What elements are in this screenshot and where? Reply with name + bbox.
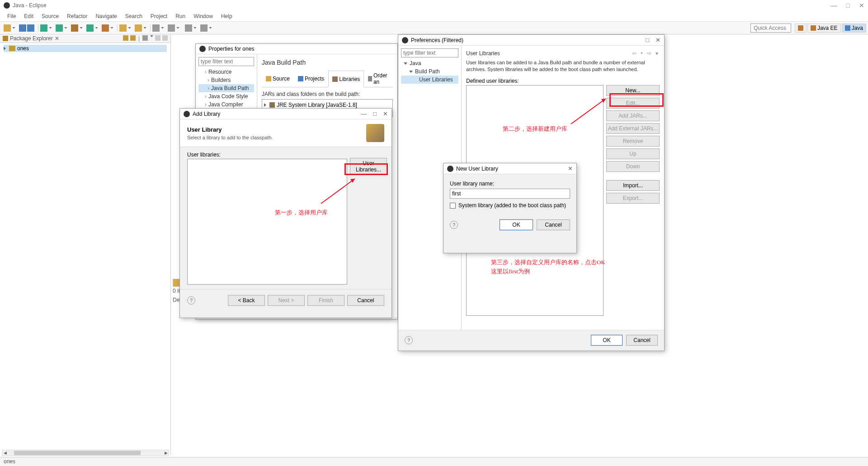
- help-icon[interactable]: ?: [187, 296, 195, 304]
- minimize-button[interactable]: —: [831, 2, 837, 9]
- menu-project[interactable]: Project: [147, 12, 171, 20]
- tab-order[interactable]: Order an: [364, 71, 393, 87]
- finish-button[interactable]: Finish: [307, 295, 344, 306]
- tree-build-path[interactable]: Java Build Path: [198, 84, 254, 92]
- new-class-icon[interactable]: [135, 24, 142, 32]
- expand-icon[interactable]: [4, 47, 6, 50]
- package-explorer-title: Package Explorer: [10, 35, 53, 42]
- new-icon[interactable]: [4, 24, 11, 32]
- project-item-ones[interactable]: ones: [4, 45, 167, 52]
- library-name-input[interactable]: [450, 189, 570, 199]
- tree-builders[interactable]: Builders: [198, 76, 254, 84]
- user-libraries-listbox[interactable]: [187, 159, 347, 285]
- new-button[interactable]: New...: [606, 85, 660, 96]
- menu-help[interactable]: Help: [217, 12, 236, 20]
- remove-button[interactable]: Remove: [606, 136, 660, 147]
- save-icon[interactable]: [19, 24, 26, 32]
- save-all-icon[interactable]: [27, 24, 34, 32]
- down-button[interactable]: Down: [606, 161, 660, 172]
- menu-search[interactable]: Search: [122, 12, 146, 20]
- help-icon[interactable]: ?: [405, 336, 413, 344]
- new-user-library-title-bar[interactable]: New User Library ✕: [443, 163, 576, 174]
- coverage-icon[interactable]: [86, 24, 94, 32]
- back-arrow-icon[interactable]: [185, 24, 192, 32]
- nav-arrows-icon[interactable]: ⇦ • ⇨ ▾: [632, 50, 660, 57]
- properties-dialog-title-bar[interactable]: Properties for ones: [196, 44, 397, 54]
- horizontal-scrollbar[interactable]: ◀ ▶: [2, 450, 169, 456]
- scrollbar-thumb[interactable]: [14, 451, 141, 455]
- scroll-left-icon[interactable]: ◀: [2, 451, 8, 455]
- new-package-icon[interactable]: [119, 24, 127, 32]
- menu-navigate[interactable]: Navigate: [92, 12, 120, 20]
- tree-build-path[interactable]: Build Path: [401, 67, 458, 76]
- run-last-icon[interactable]: [71, 24, 78, 32]
- preferences-title-bar[interactable]: Preferences (Filtered) □ ✕: [398, 35, 664, 46]
- cancel-button[interactable]: Cancel: [347, 295, 384, 306]
- tab-source[interactable]: Source: [262, 71, 294, 87]
- edit-button[interactable]: Edit...: [606, 98, 660, 109]
- ext-tools-icon[interactable]: [102, 24, 109, 32]
- run-icon[interactable]: [56, 24, 63, 32]
- close-button[interactable]: ✕: [859, 2, 864, 9]
- properties-filter-input[interactable]: [198, 57, 254, 66]
- perspective-icon: [798, 25, 803, 31]
- user-libraries-button[interactable]: User Libraries...: [350, 158, 387, 175]
- tab-projects[interactable]: Projects: [294, 71, 328, 87]
- build-path-desc: JARs and class folders on the build path…: [262, 91, 393, 97]
- add-library-title-bar[interactable]: Add Library — □ ✕: [180, 109, 392, 119]
- next-button[interactable]: Next >: [268, 295, 305, 306]
- minimize-button[interactable]: —: [361, 110, 367, 117]
- view-menu-dropdown[interactable]: [150, 35, 153, 37]
- system-library-checkbox[interactable]: [450, 203, 456, 209]
- perspective-java[interactable]: Java: [842, 24, 866, 33]
- jre-item[interactable]: JRE System Library [JavaSE-1.8]: [277, 102, 357, 108]
- package-explorer-close[interactable]: ✕: [55, 35, 59, 42]
- tree-resource[interactable]: Resource: [198, 68, 254, 76]
- ok-button[interactable]: OK: [500, 219, 533, 230]
- tree-code-style[interactable]: Java Code Style: [198, 92, 254, 100]
- help-icon[interactable]: ?: [450, 221, 458, 229]
- maximize-button[interactable]: □: [846, 2, 850, 9]
- menu-source[interactable]: Source: [38, 12, 62, 20]
- close-button[interactable]: ✕: [656, 37, 660, 43]
- cancel-button[interactable]: Cancel: [626, 335, 658, 346]
- open-perspective-button[interactable]: [795, 24, 807, 33]
- ok-button[interactable]: OK: [591, 335, 623, 346]
- view-menu-icon[interactable]: [142, 35, 148, 41]
- tree-user-libraries[interactable]: User Libraries: [401, 76, 458, 84]
- close-button[interactable]: ✕: [568, 165, 573, 172]
- back-button[interactable]: < Back: [228, 295, 265, 306]
- open-type-icon[interactable]: [168, 24, 175, 32]
- add-external-jars-button[interactable]: Add External JARs...: [606, 123, 660, 134]
- debug-icon[interactable]: [40, 24, 47, 32]
- tab-libraries[interactable]: Libraries: [328, 71, 364, 87]
- link-editor-icon[interactable]: [130, 35, 136, 41]
- menu-edit[interactable]: Edit: [20, 12, 37, 20]
- maximize-button[interactable]: □: [373, 110, 377, 117]
- maximize-button[interactable]: □: [646, 37, 649, 43]
- export-button[interactable]: Export...: [606, 193, 660, 204]
- close-button[interactable]: ✕: [383, 110, 388, 117]
- maximize-view-icon[interactable]: [162, 35, 168, 41]
- minimize-view-icon[interactable]: [155, 35, 160, 41]
- import-button[interactable]: Import...: [606, 180, 660, 191]
- scroll-right-icon[interactable]: ▶: [163, 451, 169, 455]
- menu-refactor[interactable]: Refactor: [63, 12, 91, 20]
- menu-window[interactable]: Window: [190, 12, 217, 20]
- menu-file[interactable]: File: [4, 12, 19, 20]
- menu-run[interactable]: Run: [172, 12, 189, 20]
- up-button[interactable]: Up: [606, 148, 660, 159]
- expand-icon[interactable]: [264, 103, 266, 107]
- cancel-button[interactable]: Cancel: [537, 219, 570, 230]
- perspective-javaee[interactable]: Java EE: [807, 24, 841, 33]
- window-title-bar: Java - Eclipse — □ ✕: [0, 0, 868, 11]
- tree-compiler[interactable]: Java Compiler: [198, 100, 254, 109]
- wizard-banner-icon: [366, 124, 384, 142]
- tree-java[interactable]: Java: [401, 59, 458, 67]
- search-icon[interactable]: [152, 24, 160, 32]
- quick-access-input[interactable]: [750, 24, 791, 33]
- preferences-filter-input[interactable]: [401, 48, 458, 57]
- forward-arrow-icon[interactable]: [200, 24, 208, 32]
- collapse-all-icon[interactable]: [123, 35, 128, 41]
- add-jars-button[interactable]: Add JARs...: [606, 110, 660, 121]
